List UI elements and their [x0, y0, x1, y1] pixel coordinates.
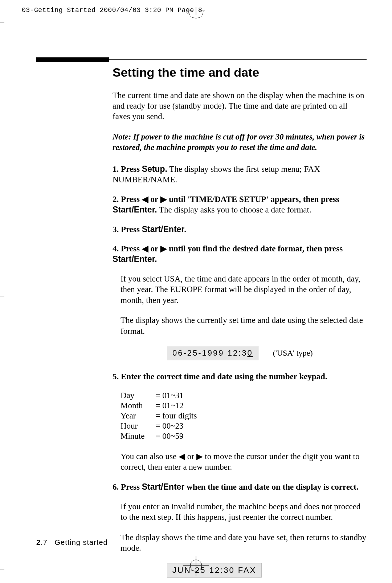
- display-shows: The display shows the currently set time…: [121, 315, 367, 336]
- return-note: The display shows the time and date you …: [121, 532, 367, 554]
- lcd1-annotation: ('USA' type): [273, 348, 313, 358]
- step-2: 2. Press ◀ or ▶ until 'TIME/DATE SETUP' …: [113, 194, 367, 215]
- crop-mark-bottom: [183, 556, 209, 576]
- header-rule: [36, 55, 367, 62]
- page-footer: 2.7 Getting started: [36, 538, 108, 547]
- step-6: 6. Press Start/Enter when the time and d…: [113, 482, 367, 492]
- step-1: 1. Press Setup. The display shows the fi…: [113, 164, 367, 185]
- format-explain: If you select USA, the time and date app…: [121, 274, 367, 305]
- lcd-display-1: 06-25-1999 12:30 ('USA' type): [113, 346, 367, 360]
- print-slug: 03-Getting Started 2000/04/03 3:20 PM Pa…: [22, 7, 202, 14]
- step-3: 3. Press Start/Enter.: [113, 224, 367, 235]
- step-5: 5. Enter the correct time and date using…: [113, 371, 367, 382]
- note-paragraph: Note: If power to the machine is cut off…: [113, 132, 367, 153]
- crop-mark-top: [187, 7, 205, 20]
- cursor-move-note: You can also use ◀ or ▶ to move the curs…: [121, 451, 367, 473]
- lcd-display-2: JUN-25 12:30 FAX: [113, 563, 367, 578]
- value-ranges-table: Day= 01~31 Month= 01~12 Year= four digit…: [121, 391, 208, 442]
- intro-paragraph: The current time and date are shown on t…: [113, 90, 367, 122]
- page-title: Setting the time and date: [113, 65, 367, 80]
- invalid-note: If you enter an invalid number, the mach…: [121, 501, 367, 523]
- step-4: 4. Press ◀ or ▶ until you find the desir…: [113, 243, 367, 265]
